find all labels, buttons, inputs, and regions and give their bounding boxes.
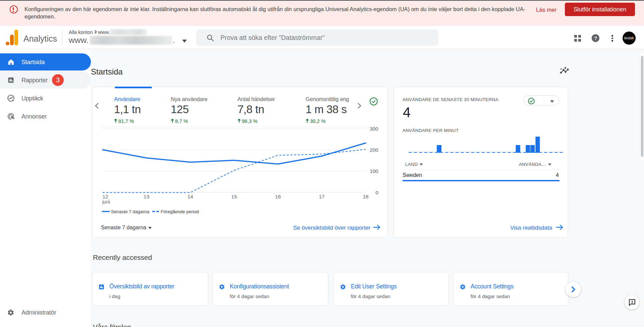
svg-text:juni: juni — [102, 199, 110, 204]
svg-text:18: 18 — [363, 194, 368, 199]
svg-text:17: 17 — [319, 194, 325, 199]
svg-text:16: 16 — [275, 194, 281, 199]
svg-text:300: 300 — [370, 126, 378, 132]
svg-text:Föregående period: Föregående period — [161, 209, 199, 214]
svg-text:Senaste 7 dagarna: Senaste 7 dagarna — [111, 209, 150, 214]
svg-text:15: 15 — [231, 194, 237, 199]
svg-text:14: 14 — [187, 194, 194, 199]
svg-text:13: 13 — [144, 194, 149, 199]
svg-text:200: 200 — [370, 147, 378, 153]
svg-text:100: 100 — [370, 168, 378, 174]
svg-text:0: 0 — [375, 190, 378, 195]
